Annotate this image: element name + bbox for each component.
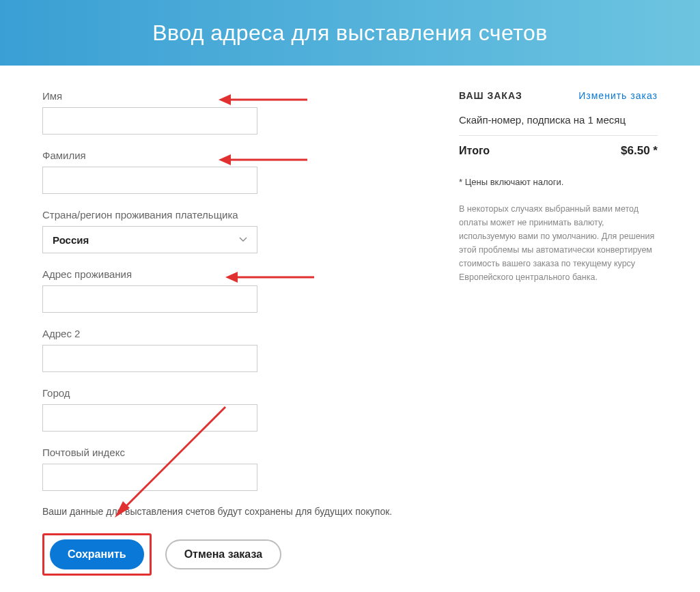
currency-disclaimer: В некоторых случаях выбранный вами метод… [459,202,658,284]
country-selected-value: Россия [53,234,89,246]
address2-label: Адрес 2 [42,328,411,339]
field-last-name: Фамилия [42,150,411,194]
field-address2: Адрес 2 [42,328,411,372]
order-total-amount: $6.50 * [621,144,658,158]
last-name-input[interactable] [42,167,257,194]
save-note: Ваши данные для выставления счетов будут… [42,506,411,517]
last-name-label: Фамилия [42,150,411,161]
tax-note: * Цены включают налоги. [459,177,658,187]
order-summary-header: ВАШ ЗАКАЗ Изменить заказ [459,90,658,102]
first-name-input[interactable] [42,107,257,135]
field-first-name: Имя [42,90,411,135]
order-heading: ВАШ ЗАКАЗ [459,90,522,101]
order-total-row: Итого $6.50 * [459,135,658,158]
city-label: Город [42,387,411,399]
content-area: Имя Фамилия Страна/регион проживания пла… [0,66,700,592]
form-buttons: Сохранить Отмена заказа [42,533,411,576]
chevron-down-icon [239,236,247,244]
page-header: Ввод адреса для выставления счетов [0,0,700,66]
cancel-order-button[interactable]: Отмена заказа [165,539,281,569]
field-city: Город [42,387,411,432]
address2-input[interactable] [42,345,257,372]
postal-label: Почтовый индекс [42,447,411,458]
country-select[interactable]: Россия [42,226,257,253]
save-button[interactable]: Сохранить [50,539,144,569]
annotation-highlight: Сохранить [42,533,152,576]
city-input[interactable] [42,404,257,432]
field-postal: Почтовый индекс [42,447,411,491]
field-address1: Адрес проживания [42,268,411,313]
order-summary: ВАШ ЗАКАЗ Изменить заказ Скайп-номер, по… [438,90,658,576]
address1-label: Адрес проживания [42,268,411,280]
postal-input[interactable] [42,464,257,491]
field-country: Страна/регион проживания плательщика Рос… [42,209,411,253]
billing-form: Имя Фамилия Страна/регион проживания пла… [42,90,411,576]
address1-input[interactable] [42,285,257,313]
order-total-label: Итого [459,145,490,157]
edit-order-link[interactable]: Изменить заказ [578,90,658,101]
page-title: Ввод адреса для выставления счетов [152,20,548,46]
first-name-label: Имя [42,90,411,102]
order-item-line: Скайп-номер, подписка на 1 месяц [459,114,658,126]
country-label: Страна/регион проживания плательщика [42,209,411,221]
